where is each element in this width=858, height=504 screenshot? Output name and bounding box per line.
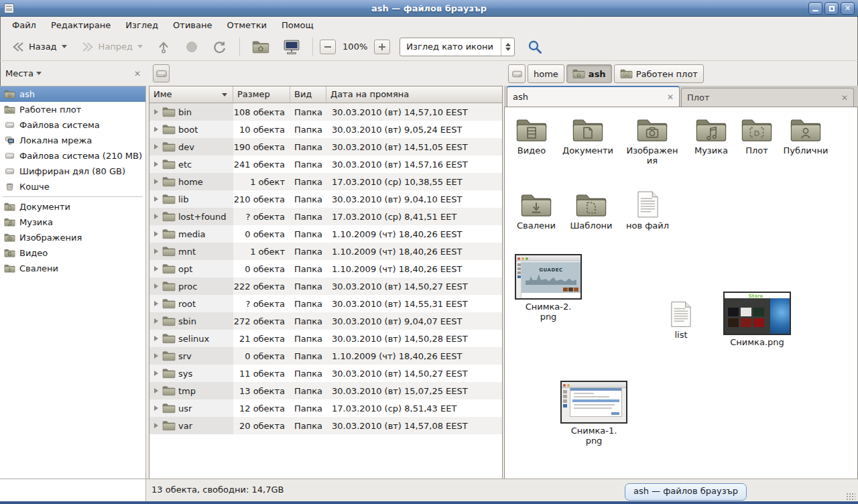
home-button[interactable] xyxy=(247,36,275,58)
sidebar-item-pictures[interactable]: Изображения xyxy=(0,230,145,245)
table-row[interactable]: srv 0 обекта Папка 1.10.2009 (чт) 18,40,… xyxy=(149,347,502,365)
folder-item-pictures[interactable]: Изображения xyxy=(624,117,680,166)
tab-ash[interactable]: ash ✕ xyxy=(507,86,680,107)
expander-icon[interactable] xyxy=(154,249,158,254)
back-button[interactable]: Назад xyxy=(5,36,72,58)
expander-icon[interactable] xyxy=(154,336,158,341)
table-row[interactable]: etc 241 обекта Папка 30.03.2010 (вт) 14,… xyxy=(149,155,502,173)
sidebar-item-trash[interactable]: Кошче xyxy=(0,179,145,194)
menu-edit[interactable]: Редактиране xyxy=(44,19,117,32)
tab-plot[interactable]: Плот ✕ xyxy=(681,88,854,107)
search-button[interactable] xyxy=(522,36,548,58)
column-header-date[interactable]: Дата на промяна xyxy=(326,86,502,103)
back-history-chevron-icon[interactable] xyxy=(62,45,67,48)
breadcrumb-home-button[interactable]: home xyxy=(528,64,564,83)
table-row[interactable]: dev 190 обекта Папка 30.03.2010 (вт) 14,… xyxy=(149,138,502,155)
table-row[interactable]: lib 210 обекта Папка 30.03.2010 (вт) 9,0… xyxy=(149,190,502,208)
file-item-snimka[interactable]: GNOME Store Снимка.png xyxy=(723,292,791,348)
table-row[interactable]: sys 11 обекта Папка 30.03.2010 (вт) 14,5… xyxy=(149,365,502,382)
sidebar-item-documents[interactable]: Документи xyxy=(0,199,145,214)
menu-view[interactable]: Изглед xyxy=(119,19,165,32)
table-row[interactable]: var 20 обекта Папка 30.03.2010 (вт) 14,5… xyxy=(149,417,502,434)
folder-item-public[interactable]: Публични xyxy=(776,117,835,156)
sidebar-item-desktop[interactable]: Работен плот xyxy=(0,102,145,117)
up-button[interactable] xyxy=(151,36,176,58)
column-header-type[interactable]: Вид xyxy=(290,86,326,103)
expander-icon[interactable] xyxy=(154,301,158,306)
expander-icon[interactable] xyxy=(154,127,158,132)
sidebar-item-filesystem[interactable]: Файлова система xyxy=(0,117,145,133)
expander-icon[interactable] xyxy=(154,266,158,271)
computer-button[interactable] xyxy=(278,36,306,58)
menu-help[interactable]: Помощ xyxy=(275,19,320,32)
file-item-snimka1[interactable]: Снимка-1.png xyxy=(560,381,627,446)
breadcrumb-root-button[interactable] xyxy=(508,64,526,83)
table-row[interactable]: lost+found ? обекта Папка 17.03.2010 (ср… xyxy=(149,208,502,225)
resize-grip[interactable] xyxy=(846,493,855,500)
expander-icon[interactable] xyxy=(154,144,158,149)
minimize-button[interactable] xyxy=(808,2,822,15)
expander-icon[interactable] xyxy=(154,388,158,393)
tab-close-icon[interactable]: ✕ xyxy=(841,93,848,103)
view-mode-stepper[interactable] xyxy=(501,38,514,56)
table-row[interactable]: mnt 1 обект Папка 1.10.2009 (чт) 18,40,2… xyxy=(149,243,502,260)
menu-file[interactable]: Файл xyxy=(5,19,43,32)
expander-icon[interactable] xyxy=(154,196,158,202)
table-row[interactable]: usr 12 обекта Папка 17.03.2010 (ср) 8,51… xyxy=(149,399,502,417)
file-item-new-file[interactable]: нов файл xyxy=(619,190,676,231)
expander-icon[interactable] xyxy=(154,214,158,219)
sidebar-item-video[interactable]: Видео xyxy=(0,245,145,261)
sidebar-item-ash[interactable]: ash xyxy=(0,86,145,102)
expander-icon[interactable] xyxy=(154,162,158,167)
zoom-in-button[interactable] xyxy=(374,40,390,54)
file-item-list[interactable]: list xyxy=(653,301,709,340)
table-row[interactable]: media 0 обекта Папка 1.10.2009 (чт) 18,4… xyxy=(149,225,502,243)
breadcrumb-current-button[interactable]: ash xyxy=(566,64,612,83)
folder-item-desktop[interactable]: Плот xyxy=(732,117,782,156)
table-row[interactable]: boot 10 обекта Папка 30.03.2010 (вт) 9,0… xyxy=(149,121,502,138)
expander-icon[interactable] xyxy=(154,318,158,324)
expander-icon[interactable] xyxy=(154,109,158,115)
table-row[interactable]: home 1 обект Папка 17.03.2010 (ср) 10,38… xyxy=(149,173,502,190)
menu-go[interactable]: Отиване xyxy=(166,19,219,32)
table-row[interactable]: tmp 13 обекта Папка 30.03.2010 (вт) 15,0… xyxy=(149,382,502,399)
places-title[interactable]: Места xyxy=(5,68,34,78)
menu-bookmarks[interactable]: Отметки xyxy=(220,19,273,32)
close-button[interactable]: ✕ xyxy=(841,2,855,15)
expander-icon[interactable] xyxy=(154,405,158,411)
view-mode-select[interactable]: Изглед като икони xyxy=(400,38,515,56)
titlebar[interactable]: ash — файлов браузър ✕ xyxy=(0,0,858,17)
column-header-name[interactable]: Име xyxy=(149,86,233,103)
table-row[interactable]: opt 0 обекта Папка 1.10.2009 (чт) 18,40,… xyxy=(149,260,502,277)
sidebar-item-downloads[interactable]: Свалени xyxy=(0,261,145,276)
expander-icon[interactable] xyxy=(154,179,158,184)
expander-icon[interactable] xyxy=(154,423,158,428)
maximize-button[interactable] xyxy=(824,2,839,15)
breadcrumb-desktop-button[interactable]: Работен плот xyxy=(614,64,704,83)
sidebar-item-encrypted-80gb[interactable]: Шифриран дял (80 GB) xyxy=(0,164,145,179)
table-row[interactable]: sbin 272 обекта Папка 30.03.2010 (вт) 9,… xyxy=(149,312,502,330)
places-close-icon[interactable]: ✕ xyxy=(134,69,141,78)
expander-icon[interactable] xyxy=(154,353,158,359)
table-row[interactable]: bin 108 обекта Папка 30.03.2010 (вт) 14,… xyxy=(149,103,502,121)
left-pane-root-button[interactable] xyxy=(153,64,170,82)
folder-item-templates[interactable]: Шаблони xyxy=(563,192,619,231)
forward-button[interactable]: Напред xyxy=(75,36,148,58)
tab-close-icon[interactable]: ✕ xyxy=(667,92,674,102)
reload-button[interactable] xyxy=(207,36,233,58)
expander-icon[interactable] xyxy=(154,231,158,237)
column-header-size[interactable]: Размер xyxy=(233,86,290,103)
table-row[interactable]: root ? обекта Папка 30.03.2010 (вт) 14,5… xyxy=(149,295,502,312)
table-row[interactable]: selinux 21 обекта Папка 30.03.2010 (вт) … xyxy=(149,330,502,347)
file-item-snimka2[interactable]: GUADEC Снимка-2.png xyxy=(515,254,582,322)
sidebar-item-music[interactable]: Музика xyxy=(0,214,145,230)
expander-icon[interactable] xyxy=(154,284,158,289)
places-chevron-icon[interactable] xyxy=(36,72,42,75)
folder-item-video[interactable]: Видео xyxy=(506,117,557,156)
zoom-out-button[interactable] xyxy=(320,40,336,54)
folder-item-downloads[interactable]: Свалени xyxy=(508,192,564,231)
sidebar-item-network[interactable]: Локална мрежа xyxy=(0,133,145,148)
folder-item-documents[interactable]: Документи xyxy=(556,117,619,156)
table-row[interactable]: proc 222 обекта Папка 30.03.2010 (вт) 14… xyxy=(149,277,502,295)
sidebar-item-filesystem-210mb[interactable]: Файлова система (210 MB) xyxy=(0,148,145,164)
